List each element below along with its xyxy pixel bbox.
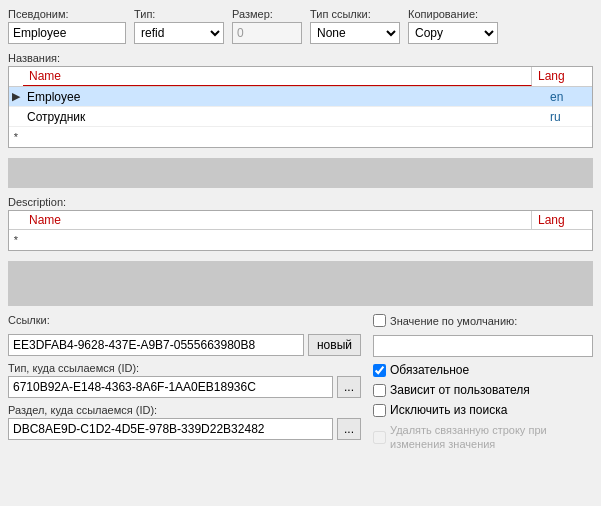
description-grid: Name Lang * [8, 210, 593, 251]
section-id-input[interactable] [8, 418, 333, 440]
copy-select[interactable]: Copy Reference None [408, 22, 498, 44]
table-row[interactable]: Сотрудник ru [9, 107, 592, 127]
new-row-name [23, 238, 546, 242]
exclude-search-row: Исключить из поиска [373, 403, 593, 417]
section-id-row: ... [8, 418, 361, 440]
section-id-label: Раздел, куда ссылаемся (ID): [8, 404, 361, 416]
names-col-lang: Lang [532, 67, 592, 86]
desc-col-lang: Lang [532, 211, 592, 229]
desc-col-name: Name [23, 211, 532, 229]
required-label: Обязательное [390, 363, 469, 377]
size-label: Размер: [232, 8, 302, 20]
pseudonym-group: Псевдоним: [8, 8, 126, 44]
description-label: Description: [8, 196, 593, 208]
delete-linked-checkbox[interactable] [373, 431, 386, 444]
new-row-name [23, 135, 546, 139]
section-id-dots-button[interactable]: ... [337, 418, 361, 440]
main-link-input[interactable] [8, 334, 304, 356]
user-dependent-checkbox[interactable] [373, 384, 386, 397]
size-input[interactable] [232, 22, 302, 44]
exclude-search-checkbox[interactable] [373, 404, 386, 417]
default-value-checkbox[interactable] [373, 314, 386, 327]
names-grid-header: Name Lang [9, 67, 592, 87]
new-link-button[interactable]: новый [308, 334, 361, 356]
delete-linked-row: Удалять связанную строку при изменения з… [373, 423, 593, 452]
names-section: Названия: Name Lang ▶ Employee en Сотруд… [8, 52, 593, 188]
row-name-cell: Employee [23, 88, 546, 106]
link-type-label: Тип ссылки: [310, 8, 400, 20]
delete-linked-label: Удалять связанную строку при изменения з… [390, 423, 593, 452]
type-id-group: Тип, куда ссылаемся (ID): ... [8, 362, 361, 398]
link-type-select[interactable]: None One-to-one One-to-many [310, 22, 400, 44]
description-grid-header: Name Lang [9, 211, 592, 230]
link-type-group: Тип ссылки: None One-to-one One-to-many [310, 8, 400, 44]
table-row[interactable]: ▶ Employee en [9, 87, 592, 107]
description-grid-footer [8, 261, 593, 306]
copy-group: Копирование: Copy Reference None [408, 8, 498, 44]
copy-label: Копирование: [408, 8, 498, 20]
user-dependent-label: Зависит от пользователя [390, 383, 530, 397]
type-id-row: ... [8, 376, 361, 398]
bottom-section: Ссылки: новый Тип, куда ссылаемся (ID): … [8, 314, 593, 452]
section-id-group: Раздел, куда ссылаемся (ID): ... [8, 404, 361, 440]
checkboxes-panel: Значение по умолчанию: Обязательное Зави… [373, 314, 593, 452]
row-lang-cell: ru [546, 108, 592, 126]
new-row[interactable]: * [9, 230, 592, 250]
type-label: Тип: [134, 8, 224, 20]
description-section: Description: Name Lang * [8, 196, 593, 306]
row-lang-cell: en [546, 88, 592, 106]
main-container: Псевдоним: Тип: refid string int bool da… [0, 0, 601, 460]
required-row: Обязательное [373, 363, 593, 377]
type-id-input[interactable] [8, 376, 333, 398]
row-indicator: ▶ [9, 90, 23, 103]
links-panel: Ссылки: новый Тип, куда ссылаемся (ID): … [8, 314, 361, 452]
pseudonym-input[interactable] [8, 22, 126, 44]
new-row-indicator: * [9, 234, 23, 246]
names-grid-footer [8, 158, 593, 188]
pseudonym-label: Псевдоним: [8, 8, 126, 20]
new-row[interactable]: * [9, 127, 592, 147]
type-id-label: Тип, куда ссылаемся (ID): [8, 362, 361, 374]
default-value-label: Значение по умолчанию: [390, 315, 517, 327]
new-row-lang [546, 238, 592, 242]
names-label: Названия: [8, 52, 593, 64]
default-value-input[interactable] [373, 335, 593, 357]
row-name-cell: Сотрудник [23, 108, 546, 126]
names-col-name: Name [23, 67, 532, 86]
exclude-search-label: Исключить из поиска [390, 403, 507, 417]
links-label: Ссылки: [8, 314, 361, 326]
type-id-dots-button[interactable]: ... [337, 376, 361, 398]
names-grid: Name Lang ▶ Employee en Сотрудник ru * [8, 66, 593, 148]
new-row-lang [546, 135, 592, 139]
type-group: Тип: refid string int bool date [134, 8, 224, 44]
required-checkbox[interactable] [373, 364, 386, 377]
main-link-row: новый [8, 334, 361, 356]
type-select[interactable]: refid string int bool date [134, 22, 224, 44]
size-group: Размер: [232, 8, 302, 44]
top-row: Псевдоним: Тип: refid string int bool da… [8, 8, 593, 44]
user-dependent-row: Зависит от пользователя [373, 383, 593, 397]
new-row-indicator: * [9, 131, 23, 143]
